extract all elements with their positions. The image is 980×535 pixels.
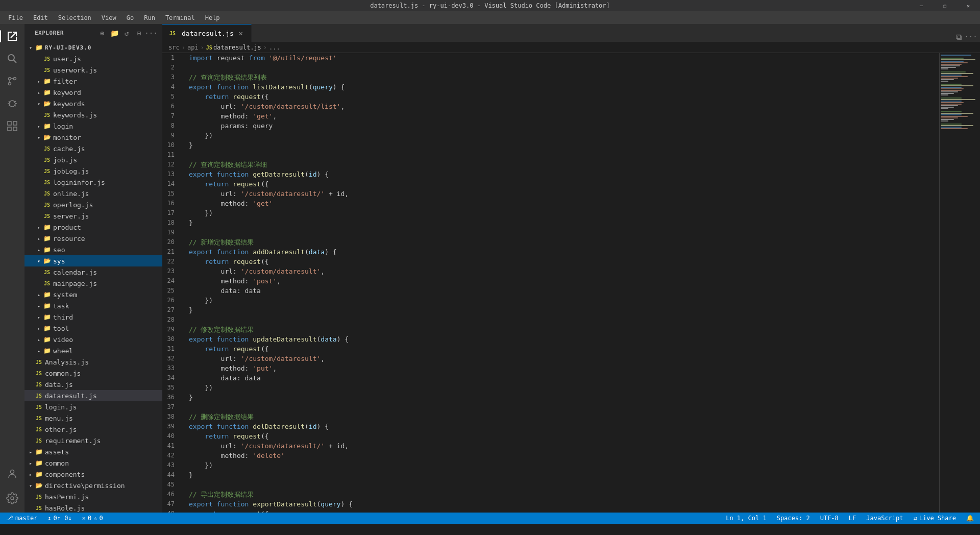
status-language[interactable]: JavaScript [864,513,905,524]
status-errors[interactable]: ✕ 0 ⚠ 0 [80,513,105,524]
tab-close-button[interactable]: ✕ [237,29,245,37]
status-branch[interactable]: ⎇ master [4,513,39,524]
js-icon: JS [43,178,51,186]
menu-edit[interactable]: Edit [29,13,52,22]
tree-item-hasRolejs[interactable]: JS hasRole.js [24,502,162,513]
menu-go[interactable]: Go [122,13,138,22]
tree-item-task[interactable]: ▸ 📁 task [24,300,162,311]
more-actions-button[interactable]: ··· [146,28,156,38]
tree-item-operlogjs[interactable]: JS operlog.js [24,199,162,210]
breadcrumb-api[interactable]: api [187,44,199,51]
status-spaces[interactable]: Spaces: 2 [775,513,812,524]
tree-item-requirementjs[interactable]: JS requirement.js [24,435,162,446]
tree-item-otherjs[interactable]: JS other.js [24,424,162,435]
tree-item-hasPermijs[interactable]: JS hasPermi.js [24,491,162,502]
tree-item-menujs[interactable]: JS menu.js [24,412,162,424]
folder-label: third [53,313,73,321]
tree-item-commonjs[interactable]: JS common.js [24,368,162,379]
close-button[interactable]: ✕ [957,0,980,11]
menu-file[interactable]: File [4,13,27,22]
tree-item-keyword[interactable]: ▸ 📁 keyword [24,87,162,98]
breadcrumb-more[interactable]: ... [269,44,280,51]
split-editor-button[interactable]: ⧉ [953,32,964,42]
folder-icon: 📁 [43,302,51,310]
maximize-button[interactable]: ❐ [933,0,957,11]
tree-item-joblogjs[interactable]: JS jobLog.js [24,165,162,177]
refresh-button[interactable]: ↺ [121,28,132,38]
tree-item-jobjs[interactable]: JS job.js [24,154,162,165]
js-icon: JS [35,380,43,388]
status-notifications[interactable]: 🔔 [964,513,976,524]
tree-item-keywordsjs[interactable]: JS keywords.js [24,109,162,120]
tree-item-onlinejs[interactable]: JS online.js [24,188,162,199]
new-file-button[interactable]: ⊕ [97,28,107,38]
tree-item-sys[interactable]: ▾ 📂 sys [24,255,162,266]
tree-item-video[interactable]: ▸ 📁 video [24,334,162,345]
tree-item-logininforjs[interactable]: JS logininfor.js [24,177,162,188]
tree-item-serverjs[interactable]: JS server.js [24,210,162,222]
tree-item-login[interactable]: ▸ 📁 login [24,120,162,132]
js-icon: JS [43,212,51,220]
tree-item-userworkjs[interactable]: JS userwork.js [24,64,162,76]
tree-item-assets[interactable]: ▸ 📁 assets [24,446,162,457]
folder-label: resource [53,235,85,242]
tree-item-filter[interactable]: ▸ 📁 filter [24,76,162,87]
tree-item-resource[interactable]: ▸ 📁 resource [24,233,162,244]
tree-item-calendarjs[interactable]: JS calendar.js [24,266,162,278]
more-actions-tab-button[interactable]: ··· [966,32,976,42]
tab-label: dataresult.js [182,30,234,37]
tree-item-monitor[interactable]: ▾ 📂 monitor [24,132,162,143]
minimize-button[interactable]: ─ [910,0,933,11]
tree-item-directive-permission[interactable]: ▾ 📂 directive\permission [24,480,162,491]
activity-settings[interactable] [2,488,22,508]
tree-item-tool[interactable]: ▸ 📁 tool [24,323,162,334]
breadcrumb-file[interactable]: JSdataresult.js [206,44,261,51]
folder-icon: 📁 [43,88,51,96]
tree-item-system[interactable]: ▸ 📁 system [24,289,162,300]
folder-icon: 📁 [43,335,51,344]
menu-help[interactable]: Help [201,13,224,22]
tree-item-loginjs[interactable]: JS login.js [24,401,162,412]
code-line-20: // 新增定制数据结果 [189,237,939,247]
tree-item-analysisjs[interactable]: JS Analysis.js [24,356,162,368]
status-sync[interactable]: ↕ 0↑ 0↓ [45,513,74,524]
status-position[interactable]: Ln 1, Col 1 [724,513,768,524]
activity-account[interactable] [2,464,22,484]
menu-selection[interactable]: Selection [54,13,95,22]
activity-explorer[interactable] [2,26,22,46]
activity-source-control[interactable] [2,71,22,91]
arrow-icon: ▸ [35,348,43,354]
tree-item-cachejs[interactable]: JS cache.js [24,143,162,154]
breadcrumb-src[interactable]: src [168,44,180,51]
tree-item-components[interactable]: ▸ 📁 components [24,469,162,480]
activity-extensions[interactable] [2,116,22,136]
tree-item-third[interactable]: ▸ 📁 third [24,311,162,323]
tree-item-wheel[interactable]: ▸ 📁 wheel [24,345,162,356]
activity-debug[interactable] [2,93,22,114]
tree-item-userjs[interactable]: JS user.js [24,53,162,64]
tree-item-product[interactable]: ▸ 📁 product [24,222,162,233]
new-folder-button[interactable]: 📁 [109,28,119,38]
tree-item-mainpagejs[interactable]: JS mainpage.js [24,278,162,289]
tree-item-keywords[interactable]: ▾ 📂 keywords [24,98,162,109]
collapse-button[interactable]: ⊟ [134,28,144,38]
menu-run[interactable]: Run [140,13,159,22]
folder-label: keywords [53,100,85,108]
status-line-ending[interactable]: LF [847,513,858,524]
menu-terminal[interactable]: Terminal [161,13,199,22]
tree-item-seo[interactable]: ▸ 📁 seo [24,244,162,255]
menu-view[interactable]: View [97,13,120,22]
window-controls: ─ ❐ ✕ [910,0,980,11]
status-encoding[interactable]: UTF-8 [818,513,841,524]
activity-search[interactable] [2,48,22,69]
tree-root-folder[interactable]: ▾ 📁 RY-UI-DEV3.0 [24,42,162,53]
tree-item-common2[interactable]: ▸ 📁 common [24,457,162,469]
folder-icon: 📂 [35,481,43,490]
tree-item-datajs[interactable]: JS data.js [24,379,162,390]
tree-item-dataresultjs[interactable]: JS dataresult.js [24,390,162,401]
breadcrumb-js-icon: JS [206,45,212,51]
code-content[interactable]: import request from '@/utils/request' //… [187,53,939,513]
tab-dataresultjs[interactable]: JS dataresult.js ✕ [162,24,252,42]
status-live-share[interactable]: ⇄ Live Share [912,513,958,524]
file-label: job.js [53,156,77,164]
